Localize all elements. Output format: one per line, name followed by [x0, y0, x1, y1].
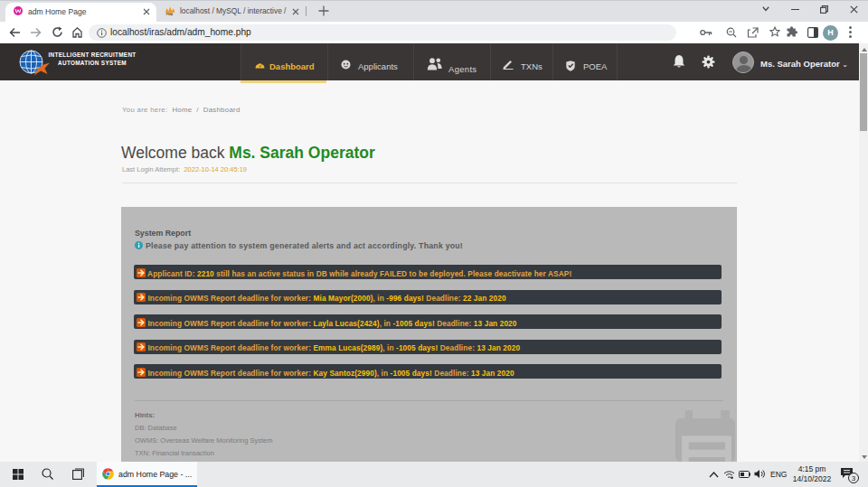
svg-text:PMA: PMA	[166, 13, 174, 15]
